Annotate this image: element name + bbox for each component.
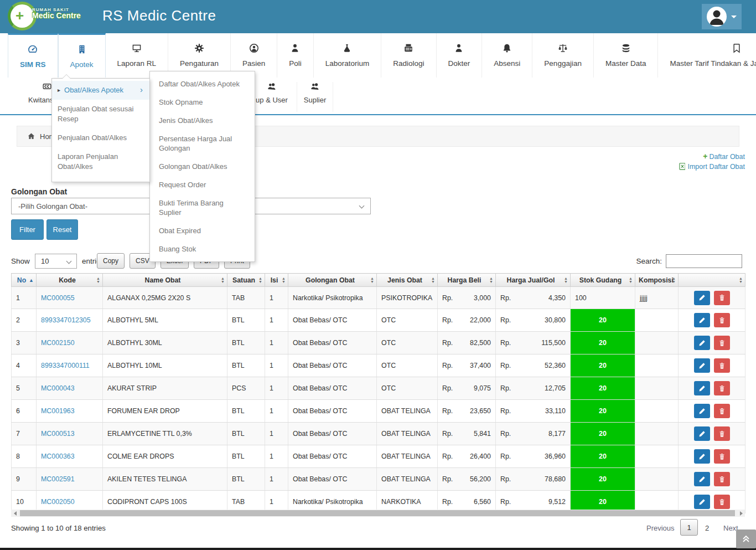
add-daftar-obat-link[interactable]: +Daftar Obat	[703, 153, 745, 161]
menu-item-obat-alkes-apotek[interactable]: ▸Obat/Alkes Apotek›	[52, 81, 149, 100]
edit-button[interactable]	[694, 426, 710, 441]
column-header-name-obat[interactable]: Name Obat▲▼	[103, 274, 227, 287]
kode-link[interactable]: 8993347000111	[41, 362, 90, 369]
column-header-satuan[interactable]: Satuan▲▼	[227, 274, 265, 287]
column-header-no[interactable]: No▲	[12, 274, 37, 287]
delete-button[interactable]	[714, 358, 730, 373]
tab-poli[interactable]: Poli	[277, 33, 314, 78]
edit-button[interactable]	[694, 291, 710, 305]
cell-satuan: BTL	[227, 400, 265, 423]
pagination-page-2[interactable]: 2	[705, 524, 709, 532]
reset-button[interactable]: Reset	[46, 219, 78, 240]
row-actions	[679, 472, 745, 486]
sort-icon: ▲▼	[370, 274, 374, 287]
cell-kode: MC001963	[37, 400, 103, 423]
horizontal-scrollbar[interactable]	[11, 510, 745, 517]
kode-link[interactable]: 8993347012305	[41, 316, 91, 324]
column-header-jenis-obat[interactable]: Jenis Obat▲▼	[377, 274, 438, 287]
filter-button[interactable]: Filter	[11, 219, 44, 240]
edit-button[interactable]	[694, 404, 710, 418]
cell-golongan: Narkotika/ Psikotropika	[288, 287, 377, 309]
submenu-item-buang-stok[interactable]: Buang Stok	[150, 240, 255, 258]
edit-button[interactable]	[694, 472, 710, 486]
cell-isi: 1	[265, 287, 288, 309]
tab-penggajian[interactable]: Penggajian	[532, 33, 594, 78]
edit-button[interactable]	[694, 313, 710, 327]
submenu-item-golongan-obat-alkes[interactable]: Golongan Obat/Alkes	[150, 157, 255, 176]
delete-button[interactable]	[714, 449, 730, 464]
show-label: Show	[11, 257, 30, 265]
menu-item-penjualan-obat-alkes[interactable]: Penjualan Obat/Alkes	[52, 128, 149, 147]
tab-sim-rs[interactable]: SIM RS	[8, 33, 58, 78]
kode-link[interactable]: MC000043	[41, 384, 75, 392]
pagination-previous[interactable]: Previous	[646, 524, 675, 532]
edit-button[interactable]	[694, 336, 710, 350]
copy-export-button[interactable]: Copy	[97, 253, 125, 269]
kode-link[interactable]: MC000363	[41, 453, 75, 460]
delete-button[interactable]	[714, 313, 730, 327]
column-header-item[interactable]: ▲▼	[679, 274, 745, 287]
page-length-select[interactable]: 10	[35, 254, 77, 269]
sort-icon: ▲▼	[564, 274, 568, 287]
submenu-item-bukti-terima-barang-suplier[interactable]: Bukti Terima Barang Suplier	[150, 194, 255, 222]
search-input[interactable]	[666, 254, 742, 268]
scroll-to-top-button[interactable]	[736, 530, 756, 548]
cell-stok-gudang: 20	[571, 309, 635, 332]
submenu-item-obat-expired[interactable]: Obat Expired	[150, 222, 255, 240]
tab-master-tarif-tindakan-jasa-pelayanan[interactable]: Master Tarif Tindakan & Jasa Pelayanan	[658, 33, 756, 78]
pagination-page-1[interactable]: 1	[680, 519, 698, 536]
cell-satuan: BTL	[227, 468, 265, 491]
tab-radiologi[interactable]: Radiologi	[381, 33, 436, 78]
tab-apotek[interactable]: Apotek	[58, 33, 106, 78]
hospital-logo: + RUMAH SAKIT Medic Centre	[8, 1, 96, 32]
user-menu-button[interactable]	[702, 4, 742, 29]
kode-link[interactable]: MC001963	[41, 407, 75, 415]
cell-isi: 1	[265, 354, 288, 377]
submenu-item-daftar-obat-alkes-apotek[interactable]: Daftar Obat/Alkes Apotek	[150, 75, 255, 93]
delete-button[interactable]	[714, 291, 730, 305]
kode-link[interactable]: MC002150	[41, 339, 75, 347]
edit-button[interactable]	[694, 449, 710, 464]
column-header-golongan-obat[interactable]: Golongan Obat▲▼	[288, 274, 377, 287]
submenu-item-persentase-harga-jual-golongan[interactable]: Persentase Harga Jual Golongan	[150, 130, 255, 157]
menu-item-penjualan-obat-sesusai-resep[interactable]: Penjualan Obat sesusai Resep	[52, 100, 149, 128]
menu-item-laporan-penjualan-obat-alkes[interactable]: Laporan Penjualan Obat/Alkes	[52, 147, 149, 176]
subnav-item-suplier[interactable]: Suplier	[297, 82, 333, 112]
scrollbar-thumb[interactable]	[20, 510, 735, 516]
menu-item-label: Penjualan Obat sesusai Resep	[58, 104, 143, 124]
delete-button[interactable]	[714, 381, 730, 395]
column-header-kode[interactable]: Kode▲▼	[37, 274, 103, 287]
column-header-harga-jual-gol[interactable]: Harga Jual/Gol▲▼	[496, 274, 571, 287]
cell-nama-obat: ERLAMYCETINE TTL 0,3%	[103, 423, 227, 445]
submenu-item-jenis-obat-alkes[interactable]: Jenis Obat/Alkes	[150, 111, 255, 130]
submenu-item-stok-opname[interactable]: Stok Opname	[150, 93, 255, 111]
column-header-isi[interactable]: Isi▲▼	[265, 274, 288, 287]
pencil-icon	[698, 385, 706, 392]
delete-button[interactable]	[714, 472, 730, 486]
edit-button[interactable]	[694, 358, 710, 373]
cell-golongan: Obat Bebas/ OTC	[288, 445, 377, 468]
kode-link[interactable]: MC002591	[41, 475, 75, 483]
delete-button[interactable]	[714, 404, 730, 418]
edit-button[interactable]	[694, 381, 710, 395]
scroll-left-arrow-icon[interactable]	[11, 510, 19, 517]
kode-link[interactable]: MC000055	[41, 294, 75, 302]
tab-master-data[interactable]: Master Data	[594, 33, 659, 78]
cell-jenis: OTC	[377, 332, 438, 354]
kode-link[interactable]: MC000513	[41, 430, 75, 438]
tab-laboratorium[interactable]: Laboratorium	[314, 33, 382, 78]
column-header-harga-beli[interactable]: Harga Beli▲▼	[438, 274, 496, 287]
kode-link[interactable]: MC002050	[41, 498, 75, 506]
import-daftar-obat-link[interactable]: Import Daftar Obat	[679, 163, 745, 171]
tab-dokter[interactable]: Dokter	[437, 33, 483, 78]
column-header-komposisi[interactable]: Komposisi▲▼	[635, 274, 679, 287]
edit-button[interactable]	[694, 495, 710, 509]
cell-komposisi	[635, 468, 679, 491]
delete-button[interactable]	[714, 495, 730, 509]
submenu-item-request-order[interactable]: Request Order	[150, 176, 255, 194]
delete-button[interactable]	[714, 336, 730, 350]
delete-button[interactable]	[714, 426, 730, 441]
column-header-stok-gudang[interactable]: Stok Gudang▲▼	[571, 274, 635, 287]
tab-absensi[interactable]: Absensi	[482, 33, 532, 78]
scroll-right-arrow-icon[interactable]	[737, 510, 745, 517]
